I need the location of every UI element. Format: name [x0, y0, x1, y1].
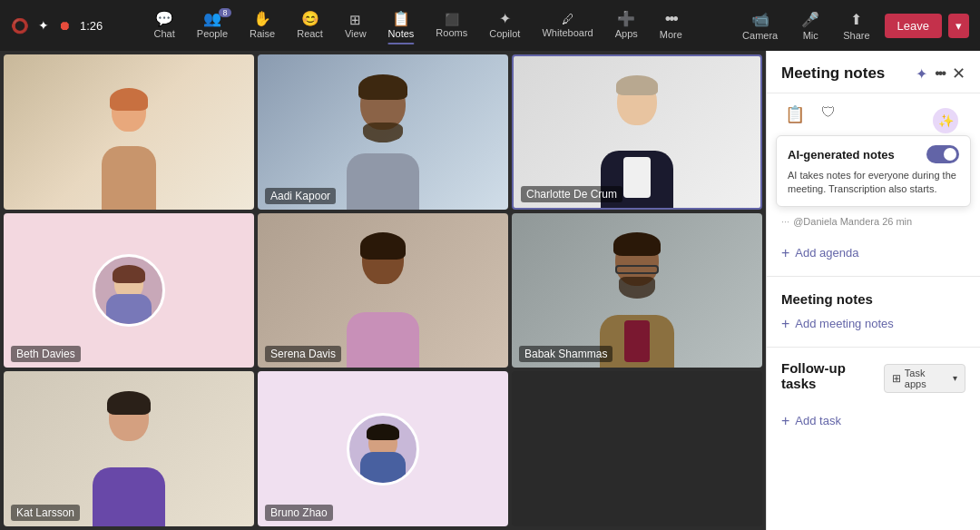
camera-button[interactable]: 📹 Camera — [733, 7, 787, 44]
participant-name-babak: Babak Shammas — [519, 346, 612, 362]
meeting-notes-section: Meeting notes + Add meeting notes — [767, 282, 980, 341]
sparkle-cursor-icon: ✨ — [938, 113, 954, 128]
add-task-row[interactable]: + Add task — [781, 409, 965, 433]
scrolled-text: ··· @Daniela Mandera 26 min — [767, 214, 980, 232]
task-apps-button[interactable]: ⊞ Task apps ▾ — [884, 364, 965, 393]
leave-dropdown-button[interactable]: ▾ — [948, 14, 969, 38]
share-button[interactable]: ⬆ Share — [834, 7, 878, 44]
video-cell-p1[interactable] — [4, 54, 254, 210]
video-cell-aadi[interactable]: Aadi Kapoor — [258, 54, 508, 210]
side-panel: Meeting notes ✦ ••• ✕ 📋 🛡 ✨ AI-generated… — [766, 51, 980, 530]
ai-tooltip: AI-generated notes AI takes notes for ev… — [776, 135, 971, 207]
person-figure-beth — [4, 213, 254, 368]
scrolled-content: @Daniela Mandera 26 min — [793, 216, 912, 227]
person-figure-serena — [258, 213, 508, 368]
nav-raise[interactable]: ✋ Raise — [240, 8, 284, 43]
video-cell-serena[interactable]: Serena Davis — [258, 213, 508, 368]
video-cell-kat[interactable]: Kat Larsson — [4, 371, 254, 526]
notes-tab-icon[interactable]: 📋 — [781, 101, 808, 128]
leave-label: Leave — [897, 19, 929, 33]
nav-view-label: View — [345, 28, 367, 39]
leave-chevron-icon: ▾ — [956, 19, 962, 33]
nav-whiteboard-label: Whiteboard — [542, 27, 593, 38]
ai-toggle-switch[interactable] — [926, 145, 959, 163]
nav-apps-label: Apps — [615, 28, 638, 39]
add-task-label: Add task — [795, 414, 841, 427]
person-figure-kat — [4, 371, 254, 526]
follow-up-title: Follow-up tasks — [781, 360, 884, 391]
nav-people[interactable]: 👥 People 8 — [188, 8, 237, 43]
participant-name-aadi: Aadi Kapoor — [265, 188, 336, 204]
meeting-notes-title: Meeting notes — [781, 291, 965, 307]
video-cell-beth[interactable]: Beth Davies — [4, 213, 254, 368]
participant-name-kat: Kat Larsson — [11, 505, 80, 521]
mic-button[interactable]: 🎤 Mic — [792, 7, 828, 44]
raise-icon: ✋ — [253, 12, 271, 26]
nav-chat[interactable]: 💬 Chat — [145, 8, 184, 43]
nav-raise-label: Raise — [250, 28, 275, 39]
main-area: Aadi Kapoor Charlott — [0, 51, 980, 530]
person-figure-babak — [512, 213, 762, 368]
task-apps-label: Task apps — [905, 368, 949, 389]
nav-notes-label: Notes — [388, 28, 415, 39]
nav-more[interactable]: ••• More — [651, 7, 691, 44]
task-apps-icon: ⊞ — [892, 372, 901, 385]
more-options-icon[interactable]: ••• — [935, 65, 945, 82]
add-notes-label: Add meeting notes — [795, 317, 893, 330]
nav-view[interactable]: ⊞ View — [336, 9, 376, 43]
tasks-section: + Add task — [767, 400, 980, 438]
video-cell-bruno[interactable]: Bruno Zhao — [258, 371, 508, 526]
video-grid: Aadi Kapoor Charlott — [0, 51, 766, 530]
nav-whiteboard[interactable]: 🖊 Whiteboard — [533, 9, 602, 42]
sparkle-icon: ✦ — [38, 18, 49, 33]
panel-title: Meeting notes — [781, 64, 885, 83]
add-meeting-notes-row[interactable]: + Add meeting notes — [781, 312, 965, 336]
notes-icon: 📋 — [392, 12, 410, 26]
call-timer: 1:26 — [80, 19, 103, 33]
nav-copilot[interactable]: ✦ Copilot — [480, 8, 529, 43]
video-cell-charlotte[interactable]: Charlotte De Crum — [512, 54, 762, 210]
nav-react[interactable]: 😊 React — [288, 8, 332, 43]
agenda-section: + Add agenda — [767, 232, 980, 270]
mic-icon: 🎤 — [801, 11, 819, 28]
camera-icon: 📹 — [751, 11, 769, 28]
status-icon: ⭕ — [11, 17, 29, 34]
panel-tabs: 📋 🛡 ✨ — [767, 93, 980, 135]
close-icon[interactable]: ✕ — [952, 64, 965, 83]
sparkle-action-icon[interactable]: ✦ — [916, 65, 927, 83]
nav-rooms-label: Rooms — [436, 27, 467, 38]
nav-rooms[interactable]: ⬛ Rooms — [426, 10, 476, 42]
nav-more-label: More — [660, 29, 682, 40]
scrolled-indicator: ··· — [781, 216, 789, 227]
person-figure-p1 — [4, 54, 254, 210]
panel-header-icons: ✦ ••• ✕ — [916, 64, 965, 83]
divider-2 — [767, 347, 980, 348]
cursor-area: ✨ — [933, 108, 958, 133]
add-agenda-row[interactable]: + Add agenda — [781, 241, 965, 265]
ai-toggle-label: AI-generated notes — [788, 148, 895, 162]
camera-label: Camera — [742, 30, 778, 41]
nav-apps[interactable]: ➕ Apps — [606, 8, 647, 43]
ai-description: AI takes notes for everyone during the m… — [788, 169, 959, 197]
divider-1 — [767, 276, 980, 277]
person-figure-bruno — [258, 371, 508, 526]
ai-toggle-row: AI-generated notes — [788, 145, 959, 163]
share-icon: ⬆ — [850, 11, 862, 28]
person-figure-aadi — [258, 54, 508, 210]
whiteboard-icon: 🖊 — [562, 13, 574, 25]
panel-header: Meeting notes ✦ ••• ✕ — [767, 51, 980, 93]
shield-tab-icon[interactable]: 🛡 — [818, 101, 839, 128]
nav-notes[interactable]: 📋 Notes — [379, 8, 424, 43]
apps-icon: ➕ — [617, 12, 635, 26]
participant-name-charlotte: Charlotte De Crum — [521, 186, 622, 202]
person-figure-charlotte — [514, 56, 760, 208]
recording-icon: ⏺ — [58, 18, 71, 33]
follow-up-header: Follow-up tasks ⊞ Task apps ▾ — [767, 353, 980, 400]
nav-copilot-label: Copilot — [489, 28, 520, 39]
copilot-icon: ✦ — [499, 12, 511, 26]
video-cell-babak[interactable]: Babak Shammas — [512, 213, 762, 368]
leave-button[interactable]: Leave — [885, 14, 942, 38]
add-notes-icon: + — [781, 316, 789, 332]
more-icon: ••• — [665, 11, 677, 27]
participant-name-bruno: Bruno Zhao — [265, 505, 333, 521]
